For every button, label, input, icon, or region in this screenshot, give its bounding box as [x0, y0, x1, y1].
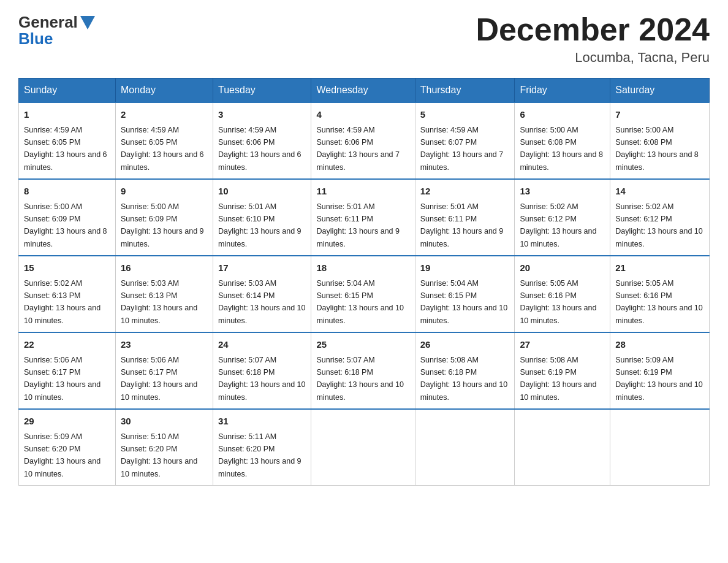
day-number: 11	[316, 185, 409, 199]
day-number: 13	[520, 185, 605, 199]
calendar-day-cell: 6 Sunrise: 5:00 AMSunset: 6:08 PMDayligh…	[515, 102, 610, 179]
col-monday: Monday	[116, 79, 213, 103]
day-number: 22	[24, 338, 110, 352]
title-section: December 2024 Locumba, Tacna, Peru	[476, 12, 710, 66]
day-number: 14	[615, 185, 704, 199]
day-number: 8	[24, 185, 110, 199]
calendar-day-cell: 21 Sunrise: 5:05 AMSunset: 6:16 PMDaylig…	[610, 256, 710, 332]
calendar-day-cell: 4 Sunrise: 4:59 AMSunset: 6:06 PMDayligh…	[311, 102, 415, 179]
calendar-day-cell: 2 Sunrise: 4:59 AMSunset: 6:05 PMDayligh…	[116, 102, 213, 179]
calendar-day-cell: 17 Sunrise: 5:03 AMSunset: 6:14 PMDaylig…	[213, 256, 311, 332]
day-info: Sunrise: 5:01 AMSunset: 6:11 PMDaylight:…	[420, 202, 504, 248]
day-number: 25	[316, 338, 409, 352]
day-number: 18	[316, 261, 409, 275]
calendar-day-cell: 12 Sunrise: 5:01 AMSunset: 6:11 PMDaylig…	[415, 179, 515, 256]
logo-triangle-icon	[78, 12, 97, 32]
day-number: 26	[420, 338, 510, 352]
calendar-header-row: Sunday Monday Tuesday Wednesday Thursday…	[19, 79, 710, 103]
day-info: Sunrise: 5:01 AMSunset: 6:11 PMDaylight:…	[316, 202, 400, 248]
day-info: Sunrise: 5:10 AMSunset: 6:20 PMDaylight:…	[121, 432, 197, 478]
calendar-day-cell	[311, 409, 415, 486]
calendar-day-cell	[415, 409, 515, 486]
calendar-day-cell: 24 Sunrise: 5:07 AMSunset: 6:18 PMDaylig…	[213, 332, 311, 409]
day-number: 15	[24, 261, 110, 275]
day-info: Sunrise: 5:00 AMSunset: 6:08 PMDaylight:…	[615, 126, 699, 172]
calendar-week-row: 22 Sunrise: 5:06 AMSunset: 6:17 PMDaylig…	[19, 332, 710, 409]
day-number: 5	[420, 108, 510, 122]
day-info: Sunrise: 5:04 AMSunset: 6:15 PMDaylight:…	[420, 279, 507, 325]
day-info: Sunrise: 4:59 AMSunset: 6:05 PMDaylight:…	[121, 126, 204, 172]
day-number: 7	[615, 108, 704, 122]
day-number: 31	[218, 415, 306, 429]
calendar-week-row: 1 Sunrise: 4:59 AMSunset: 6:05 PMDayligh…	[19, 102, 710, 179]
calendar-day-cell: 28 Sunrise: 5:09 AMSunset: 6:19 PMDaylig…	[610, 332, 710, 409]
day-number: 6	[520, 108, 605, 122]
day-number: 9	[121, 185, 208, 199]
day-number: 17	[218, 261, 306, 275]
day-info: Sunrise: 4:59 AMSunset: 6:06 PMDaylight:…	[316, 126, 400, 172]
calendar-day-cell: 10 Sunrise: 5:01 AMSunset: 6:10 PMDaylig…	[213, 179, 311, 256]
calendar-day-cell	[610, 409, 710, 486]
main-title: December 2024	[476, 12, 710, 47]
day-number: 27	[520, 338, 605, 352]
day-info: Sunrise: 5:03 AMSunset: 6:14 PMDaylight:…	[218, 279, 305, 325]
page-header: General Blue December 2024 Locumba, Tacn…	[18, 12, 710, 66]
day-number: 23	[121, 338, 208, 352]
calendar-week-row: 15 Sunrise: 5:02 AMSunset: 6:13 PMDaylig…	[19, 256, 710, 332]
col-wednesday: Wednesday	[311, 79, 415, 103]
calendar-day-cell: 30 Sunrise: 5:10 AMSunset: 6:20 PMDaylig…	[116, 409, 213, 486]
day-number: 21	[615, 261, 704, 275]
calendar-day-cell: 15 Sunrise: 5:02 AMSunset: 6:13 PMDaylig…	[19, 256, 116, 332]
calendar-day-cell: 20 Sunrise: 5:05 AMSunset: 6:16 PMDaylig…	[515, 256, 610, 332]
calendar-day-cell: 31 Sunrise: 5:11 AMSunset: 6:20 PMDaylig…	[213, 409, 311, 486]
calendar-day-cell: 1 Sunrise: 4:59 AMSunset: 6:05 PMDayligh…	[19, 102, 116, 179]
calendar-day-cell: 7 Sunrise: 5:00 AMSunset: 6:08 PMDayligh…	[610, 102, 710, 179]
day-info: Sunrise: 5:09 AMSunset: 6:20 PMDaylight:…	[24, 432, 100, 478]
day-number: 3	[218, 108, 306, 122]
calendar-day-cell: 14 Sunrise: 5:02 AMSunset: 6:12 PMDaylig…	[610, 179, 710, 256]
calendar-day-cell: 26 Sunrise: 5:08 AMSunset: 6:18 PMDaylig…	[415, 332, 515, 409]
logo-blue-text: Blue	[18, 29, 53, 48]
day-info: Sunrise: 5:02 AMSunset: 6:12 PMDaylight:…	[615, 202, 702, 248]
calendar-day-cell: 19 Sunrise: 5:04 AMSunset: 6:15 PMDaylig…	[415, 256, 515, 332]
day-info: Sunrise: 5:09 AMSunset: 6:19 PMDaylight:…	[615, 356, 702, 402]
calendar-day-cell: 11 Sunrise: 5:01 AMSunset: 6:11 PMDaylig…	[311, 179, 415, 256]
calendar-day-cell: 3 Sunrise: 4:59 AMSunset: 6:06 PMDayligh…	[213, 102, 311, 179]
day-info: Sunrise: 4:59 AMSunset: 6:05 PMDaylight:…	[24, 126, 107, 172]
day-info: Sunrise: 5:07 AMSunset: 6:18 PMDaylight:…	[316, 356, 403, 402]
day-info: Sunrise: 5:06 AMSunset: 6:17 PMDaylight:…	[121, 356, 197, 402]
col-sunday: Sunday	[19, 79, 116, 103]
calendar-day-cell: 25 Sunrise: 5:07 AMSunset: 6:18 PMDaylig…	[311, 332, 415, 409]
col-saturday: Saturday	[610, 79, 710, 103]
day-info: Sunrise: 5:11 AMSunset: 6:20 PMDaylight:…	[218, 432, 301, 478]
day-info: Sunrise: 5:02 AMSunset: 6:13 PMDaylight:…	[24, 279, 100, 325]
day-number: 4	[316, 108, 409, 122]
day-info: Sunrise: 5:03 AMSunset: 6:13 PMDaylight:…	[121, 279, 197, 325]
day-info: Sunrise: 5:00 AMSunset: 6:09 PMDaylight:…	[24, 202, 107, 248]
day-info: Sunrise: 5:08 AMSunset: 6:18 PMDaylight:…	[420, 356, 507, 402]
day-number: 19	[420, 261, 510, 275]
day-info: Sunrise: 5:01 AMSunset: 6:10 PMDaylight:…	[218, 202, 301, 248]
day-info: Sunrise: 5:07 AMSunset: 6:18 PMDaylight:…	[218, 356, 305, 402]
day-info: Sunrise: 4:59 AMSunset: 6:07 PMDaylight:…	[420, 126, 504, 172]
calendar-day-cell: 27 Sunrise: 5:08 AMSunset: 6:19 PMDaylig…	[515, 332, 610, 409]
day-number: 24	[218, 338, 306, 352]
day-number: 30	[121, 415, 208, 429]
calendar-day-cell: 9 Sunrise: 5:00 AMSunset: 6:09 PMDayligh…	[116, 179, 213, 256]
day-number: 12	[420, 185, 510, 199]
calendar-day-cell: 29 Sunrise: 5:09 AMSunset: 6:20 PMDaylig…	[19, 409, 116, 486]
calendar-table: Sunday Monday Tuesday Wednesday Thursday…	[18, 78, 710, 486]
day-info: Sunrise: 5:06 AMSunset: 6:17 PMDaylight:…	[24, 356, 100, 402]
col-tuesday: Tuesday	[213, 79, 311, 103]
calendar-day-cell: 16 Sunrise: 5:03 AMSunset: 6:13 PMDaylig…	[116, 256, 213, 332]
calendar-day-cell	[515, 409, 610, 486]
day-info: Sunrise: 5:00 AMSunset: 6:09 PMDaylight:…	[121, 202, 204, 248]
day-number: 20	[520, 261, 605, 275]
col-thursday: Thursday	[415, 79, 515, 103]
calendar-day-cell: 22 Sunrise: 5:06 AMSunset: 6:17 PMDaylig…	[19, 332, 116, 409]
calendar-week-row: 8 Sunrise: 5:00 AMSunset: 6:09 PMDayligh…	[19, 179, 710, 256]
day-number: 2	[121, 108, 208, 122]
calendar-day-cell: 8 Sunrise: 5:00 AMSunset: 6:09 PMDayligh…	[19, 179, 116, 256]
day-number: 16	[121, 261, 208, 275]
calendar-day-cell: 13 Sunrise: 5:02 AMSunset: 6:12 PMDaylig…	[515, 179, 610, 256]
